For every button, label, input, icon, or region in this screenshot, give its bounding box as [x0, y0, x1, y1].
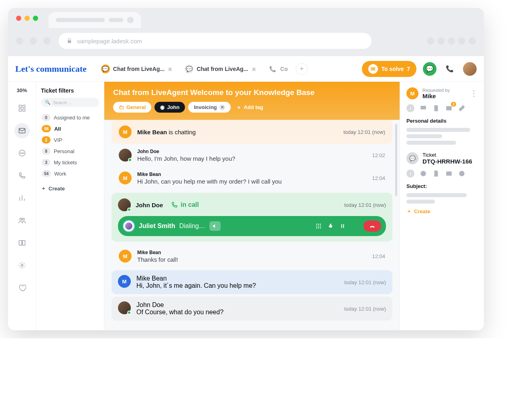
chat-status-banner: M Mike Bean is chatting today 12:01 (now…: [112, 120, 392, 144]
filter-label: VIP: [54, 137, 62, 143]
info-icon[interactable]: i: [406, 104, 414, 112]
mic-icon[interactable]: [327, 223, 334, 229]
personal-details-heading: Personal details: [406, 118, 477, 124]
link-icon[interactable]: [458, 104, 466, 112]
nav-knowledge[interactable]: [14, 235, 30, 251]
file-icon[interactable]: [432, 170, 440, 178]
mail-icon[interactable]: [445, 170, 453, 178]
ext-4[interactable]: [458, 37, 465, 44]
svg-rect-1: [22, 105, 25, 108]
nav-tickets[interactable]: [14, 123, 30, 138]
ext-5[interactable]: [469, 37, 476, 44]
thread[interactable]: M Mike Bean is chatting today 12:01 (now…: [104, 120, 400, 330]
pause-icon[interactable]: [339, 223, 346, 229]
tag-general[interactable]: 🗀General: [113, 102, 151, 113]
filter-item[interactable]: 3My tickets: [41, 157, 99, 168]
browser-tab[interactable]: [49, 12, 141, 28]
to-solve-button[interactable]: ✉ To solve 7: [362, 61, 416, 77]
avatar: M: [119, 250, 132, 263]
tab-chat-2[interactable]: 💬 Chat from LiveAg... ✕: [180, 62, 262, 76]
sender-name: John Doe: [137, 149, 366, 154]
tag-agent[interactable]: ◉John: [154, 102, 185, 113]
avatar: M: [119, 125, 132, 138]
create-button[interactable]: ＋ Create: [406, 208, 477, 215]
app-window: samplepage.ladesk.com Let's communicate …: [8, 8, 484, 330]
nav-favorites[interactable]: [14, 280, 30, 295]
mail-icon[interactable]: 2: [445, 104, 453, 112]
nav-back[interactable]: [16, 37, 23, 44]
main-panel: Chat from LiveAgent Welcome to your Know…: [104, 82, 400, 330]
filter-search[interactable]: 🔍 Search ...: [41, 98, 99, 107]
filter-item[interactable]: 98All: [41, 123, 99, 134]
tag-row: 🗀General ◉John Invoicing✕ ＋ Add tag: [113, 102, 391, 113]
window-min-dot[interactable]: [24, 16, 30, 21]
requester-name: Mike: [422, 93, 450, 99]
lock-icon: [67, 38, 72, 44]
close-icon[interactable]: ✕: [219, 105, 225, 110]
nav-customers[interactable]: [14, 213, 30, 228]
create-filter-button[interactable]: ＋ Create: [41, 185, 99, 192]
message-time: today 12:01 (now): [344, 306, 386, 312]
close-icon[interactable]: ✕: [252, 66, 257, 72]
svg-point-8: [23, 153, 24, 154]
clock-icon[interactable]: [458, 170, 466, 178]
info-icon[interactable]: i: [406, 170, 414, 178]
nav-fwd[interactable]: [30, 37, 37, 44]
avatar: [119, 149, 132, 162]
filter-label: All: [54, 126, 61, 132]
message: John DoeHello, I'm John, how may I help …: [112, 144, 392, 167]
svg-point-14: [320, 224, 321, 225]
speaker-button[interactable]: [209, 221, 221, 231]
more-icon[interactable]: ⋮: [470, 89, 477, 98]
chat-status-button[interactable]: 💬: [423, 62, 437, 76]
avatar: M: [406, 87, 418, 99]
url-input[interactable]: samplepage.ladesk.com: [59, 33, 372, 49]
nav-calls[interactable]: [14, 168, 30, 183]
expand-icon[interactable]: [351, 223, 358, 229]
keypad-icon[interactable]: [315, 223, 322, 229]
ticket-icon: 💬: [406, 152, 418, 164]
user-avatar[interactable]: [463, 62, 477, 76]
close-icon[interactable]: ✕: [168, 66, 173, 72]
scrollbar[interactable]: [395, 124, 397, 196]
hangup-button[interactable]: [363, 220, 381, 232]
message-text: Thanks for call!: [137, 256, 366, 263]
ext-3[interactable]: [448, 37, 455, 44]
nav-dashboard[interactable]: [14, 101, 30, 116]
ext-2[interactable]: [437, 37, 445, 44]
chat-icon: 💬: [101, 65, 110, 73]
url-text: samplepage.ladesk.com: [77, 38, 142, 44]
nav-reports[interactable]: [14, 190, 30, 206]
file-icon[interactable]: [432, 104, 440, 112]
ticket-row: 💬 Ticket DTQ-HRRHW-166: [406, 152, 477, 165]
message-text: Hi John, can you help me with my order? …: [137, 178, 366, 185]
filter-item[interactable]: 0Assigned to me: [41, 112, 99, 123]
contact-icons: i 2: [406, 104, 477, 112]
nav-reload[interactable]: [43, 37, 51, 44]
tag-invoicing[interactable]: Invoicing✕: [188, 102, 230, 113]
svg-point-6: [20, 153, 21, 154]
tab-call[interactable]: 📞 Co: [264, 62, 293, 76]
monitor-icon[interactable]: [419, 104, 427, 112]
add-tag-button[interactable]: ＋ Add tag: [236, 104, 263, 111]
filter-item[interactable]: 8Personal: [41, 145, 99, 157]
window-close-dot[interactable]: [16, 16, 21, 21]
banner-time: today 12:01 (now): [343, 129, 385, 135]
window-max-dot[interactable]: [33, 16, 38, 21]
filter-label: Personal: [54, 148, 74, 154]
nav-chats[interactable]: [14, 145, 30, 161]
filter-item[interactable]: 2VIP: [41, 134, 99, 145]
nav-settings[interactable]: [14, 258, 30, 273]
call-status-button[interactable]: 📞: [443, 62, 457, 76]
call-time: today 12:01 (now): [344, 202, 386, 208]
globe-icon[interactable]: [419, 170, 427, 178]
filter-count: 2: [42, 136, 51, 143]
filter-item[interactable]: 54Work: [41, 168, 99, 179]
message: John DoeOf Course, what do you need?toda…: [112, 297, 392, 321]
tab-chat-1[interactable]: 💬 Chat from LiveAg... ✕: [96, 62, 178, 76]
phone-icon: [171, 201, 178, 208]
to-solve-label: To solve: [381, 66, 404, 72]
ext-1[interactable]: [427, 37, 434, 44]
new-tab-button[interactable]: ＋: [296, 63, 308, 75]
svg-point-16: [318, 226, 319, 227]
